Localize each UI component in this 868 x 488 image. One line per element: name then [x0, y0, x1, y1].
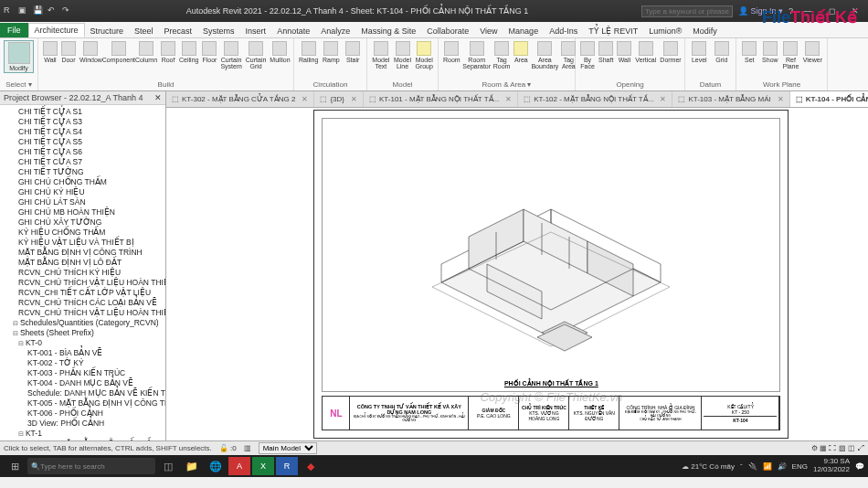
clock[interactable]: 9:30 SA12/03/2022 [813, 458, 850, 474]
tree-item[interactable]: KT-003 - PHẦN KIẾN TRÚC [0, 367, 165, 377]
area-button[interactable]: Area [513, 40, 529, 64]
model-text-button[interactable]: Model Text [371, 40, 391, 70]
grid-button[interactable]: Grid [712, 40, 733, 64]
tray-chevron-icon[interactable]: ˆ [740, 462, 743, 471]
tree-item[interactable]: GHI CHÚ CHỐNG THẤM [0, 176, 165, 186]
door-button[interactable]: Door [60, 40, 77, 64]
wall-op-button[interactable]: Wall [616, 40, 632, 64]
tree-item[interactable]: KT-002 - TỜ KÝ [0, 357, 165, 367]
tree-item[interactable]: Schedule: DANH MỤC BẢN VẼ KIẾN TRÚC [0, 387, 165, 398]
tab-precast[interactable]: Precast [159, 25, 198, 37]
modify-button[interactable]: Modify [4, 40, 34, 73]
excel-icon[interactable]: X [252, 457, 274, 475]
start-button[interactable]: ⊞ [4, 457, 26, 475]
ramp-button[interactable]: Ramp [321, 40, 341, 64]
tab-close-icon[interactable]: ✕ [660, 95, 666, 103]
tree-item[interactable]: CHI TIẾT CỬA S7 [0, 156, 165, 166]
tree-item[interactable]: CHI TIẾT CỬA S3 [0, 116, 165, 126]
notifications-icon[interactable]: 💬 [855, 462, 864, 471]
tab-modify[interactable]: Modify [687, 25, 723, 37]
tab-insert[interactable]: Insert [240, 25, 272, 37]
tab-tyle[interactable]: TỶ LỆ REVIT [583, 25, 643, 37]
railing-button[interactable]: Railing [298, 40, 319, 64]
drawing-canvas[interactable]: PHỐI CẢNH NỘI THẤT TẦNG 1 NL CÔNG TY TNH… [166, 108, 868, 440]
view-tab[interactable]: ⬚ KT-102 - MẶT BẰNG NỘI THẤT TẦ... ✕ [518, 91, 672, 107]
curtain-grid-button[interactable]: Curtain Grid [245, 40, 268, 70]
window-button[interactable]: Window [79, 40, 103, 64]
shaft-button[interactable]: Shaft [598, 40, 614, 64]
tree-item[interactable]: GHI CHÚ LÁT SÀN [0, 196, 165, 207]
tree-item[interactable]: KÝ HIỆU CHỐNG THẤM [0, 227, 165, 237]
tab-file[interactable]: File [0, 23, 28, 37]
tab-collab[interactable]: Collaborate [421, 25, 474, 37]
mullion-button[interactable]: Mullion [269, 40, 291, 64]
wifi-icon[interactable]: 📶 [763, 462, 772, 471]
view-tab[interactable]: ⬚ KT-101 - MẶT BẰNG NỘI THẤT TẦ... ✕ [364, 91, 518, 107]
main-model-select[interactable]: Main Model [259, 442, 317, 454]
tree-item[interactable]: GHI CHÚ MB HOÀN THIỆN [0, 207, 165, 217]
tab-close-icon[interactable]: ✕ [778, 95, 784, 103]
by-face-button[interactable]: By Face [579, 40, 596, 70]
filter-icon[interactable]: ▥ [244, 444, 251, 452]
ref-button[interactable]: Ref Plane [781, 40, 800, 70]
tag-room-button[interactable]: Tag Room [492, 40, 512, 70]
tree-item[interactable]: Sheets (Sheet Prefix) [0, 327, 165, 337]
tab-systems[interactable]: Systems [197, 25, 240, 37]
tree-item[interactable]: GHI CHÚ XÂY TƯỜNG [0, 217, 165, 227]
curtain-system-button[interactable]: Curtain System [219, 40, 242, 70]
tree-item[interactable]: CHI TIẾT CỬA S5 [0, 136, 165, 146]
project-tree[interactable]: CHI TIẾT CỬA S1CHI TIẾT CỬA S3CHI TIẾT C… [0, 105, 165, 440]
model-line-button[interactable]: Model Line [393, 40, 413, 70]
help-search[interactable] [641, 5, 733, 17]
view-control-icons[interactable]: ⚙ ▦ ⛶ ▧ ◫ ⤢ [811, 444, 864, 452]
taskbar-search[interactable]: 🔍 Type here to search [27, 458, 155, 474]
redo-icon[interactable]: ↷ [62, 5, 73, 16]
tree-item[interactable]: RCVN_CHI TIẾT CẤT LỚP VẬT LIỆU [0, 287, 165, 297]
tree-item[interactable]: RCVN_CHÚ THÍCH CÁC LOẠI BẢN VẼ [0, 297, 165, 307]
tab-steel[interactable]: Steel [129, 25, 159, 37]
tree-item[interactable]: KT-001 - BÌA BẢN VẼ [0, 347, 165, 357]
tree-item[interactable]: MẶT BẰNG ĐỊNH VỊ LÔ ĐẤT [0, 257, 165, 267]
view-tab[interactable]: ⬚ KT-302 - MẶT BẰNG CỬA TẦNG 2 ✕ [166, 91, 314, 107]
tab-analyze[interactable]: Analyze [315, 25, 355, 37]
save-icon[interactable]: 💾 [33, 5, 44, 16]
tree-item[interactable]: KT-101 - MẶT BẰNG NỘI THẤT TẦNG 1 [0, 438, 165, 440]
undo-icon[interactable]: ↶ [48, 5, 58, 16]
ime-icon[interactable]: ENG [792, 462, 808, 471]
area-bdy-button[interactable]: Area Boundary [531, 40, 558, 70]
viewer-button[interactable]: Viewer [802, 40, 823, 64]
roof-button[interactable]: Roof [160, 40, 176, 64]
app-icon[interactable]: ◆ [300, 457, 322, 475]
tab-close-icon[interactable]: ✕ [351, 95, 357, 103]
power-icon[interactable]: 🔌 [748, 462, 757, 471]
stair-button[interactable]: Stair [343, 40, 363, 64]
task-view-icon[interactable]: ◫ [157, 457, 179, 475]
tree-item[interactable]: RCVN_CHÚ THÍCH KÝ HIỆU [0, 267, 165, 277]
tab-annotate[interactable]: Annotate [271, 25, 315, 37]
tree-item[interactable]: RCVN_CHÚ THÍCH VẬT LIỆU HOÀN THIỆN [0, 307, 165, 317]
column-button[interactable]: Column [134, 40, 158, 64]
autocad-icon[interactable]: A [228, 457, 250, 475]
view-tab[interactable]: ⬚ {3D} ✕ [314, 91, 364, 107]
tab-addins[interactable]: Add-Ins [544, 25, 583, 37]
tree-item[interactable]: MẶT BẰNG ĐỊNH VỊ CÔNG TRÌNH [0, 247, 165, 257]
dormer-button[interactable]: Dormer [659, 40, 682, 64]
floor-button[interactable]: Floor [201, 40, 217, 64]
tree-item[interactable]: KT-005 - MẶT BẰNG ĐỊNH VỊ CÔNG TRÌNH [0, 398, 165, 408]
model-group-button[interactable]: Model Group [414, 40, 434, 70]
tab-close-icon[interactable]: ✕ [302, 95, 308, 103]
revit-taskbar-icon[interactable]: R [276, 457, 298, 475]
view-tab[interactable]: ⬚ KT-104 - PHỐI CẢNH NỘI THẤT... ✕ [790, 91, 868, 107]
wall-button[interactable]: Wall [42, 40, 58, 64]
tab-view[interactable]: View [474, 25, 503, 37]
room-sep-button[interactable]: Room Separator [463, 40, 491, 70]
panel-close-icon[interactable]: ✕ [154, 93, 162, 102]
set-button[interactable]: Set [740, 40, 759, 64]
tree-item[interactable]: KT-004 - DANH MỤC BẢN VẼ [0, 377, 165, 387]
tab-massing[interactable]: Massing & Site [355, 25, 421, 37]
tab-architecture[interactable]: Architecture [28, 23, 85, 37]
tree-item[interactable]: CHI TIẾT CỬA S1 [0, 106, 165, 116]
tab-lumion[interactable]: Lumion® [643, 25, 687, 37]
tree-item[interactable]: KT-006 - PHỐI CẢNH [0, 408, 165, 418]
tree-item[interactable]: KT-1 [0, 428, 165, 438]
